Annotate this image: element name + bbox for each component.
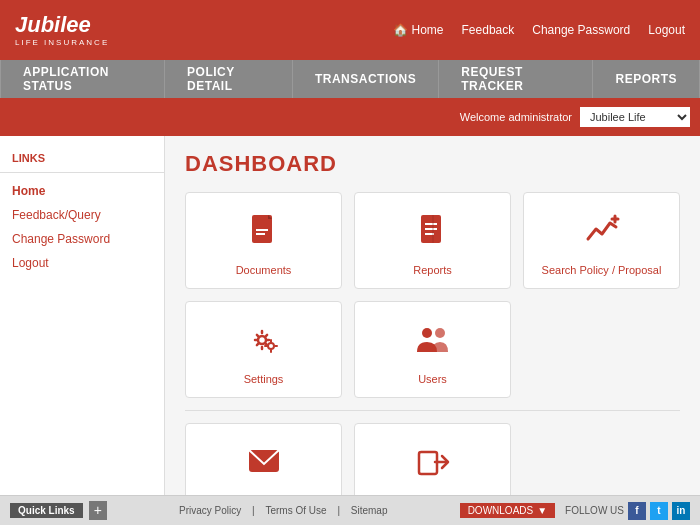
nav-transactions[interactable]: TRANSACTIONS: [293, 60, 439, 98]
svg-point-13: [422, 328, 432, 338]
svg-point-14: [435, 328, 445, 338]
quick-links-add-button[interactable]: +: [89, 501, 107, 521]
nav-bar: APPLICATION STATUS POLICY DETAIL TRANSAC…: [0, 60, 700, 98]
sidebar-item-logout[interactable]: Logout: [0, 251, 164, 275]
twitter-icon[interactable]: t: [650, 502, 668, 520]
footer-link-privacy[interactable]: Privacy Policy: [179, 505, 241, 516]
home-nav-link[interactable]: 🏠 Home: [393, 23, 443, 37]
feedback-icon: [244, 442, 284, 487]
dashboard-card-logout[interactable]: Logout: [354, 423, 511, 495]
search-policy-icon: [582, 211, 622, 256]
dashboard-card-reports[interactable]: Reports: [354, 192, 511, 289]
footer-links: Privacy Policy | Terms Of Use | Sitemap: [175, 505, 391, 516]
content-area: LINKS Home Feedback/Query Change Passwor…: [0, 136, 700, 495]
empty-card-1: [523, 301, 680, 398]
header: Jubilee LIFE INSURANCE 🏠 Home Feedback C…: [0, 0, 700, 60]
dashboard-row3: Feedback Logout: [185, 423, 680, 495]
sidebar-heading: LINKS: [0, 148, 164, 173]
facebook-icon[interactable]: f: [628, 502, 646, 520]
dashboard-card-search-policy-label: Search Policy / Proposal: [542, 264, 662, 276]
downloads-label: DOWNLOADS: [468, 505, 534, 516]
footer-divider2: |: [337, 505, 342, 516]
main-content: DASHBOARD Documents: [165, 136, 700, 495]
change-password-nav-link[interactable]: Change Password: [532, 23, 630, 37]
dashboard-card-settings-label: Settings: [244, 373, 284, 385]
document-icon: [244, 211, 284, 256]
dashboard-card-documents[interactable]: Documents: [185, 192, 342, 289]
downloads-icon: ▼: [537, 505, 547, 516]
company-select[interactable]: Jubilee Life: [580, 107, 690, 127]
welcome-text: Welcome administrator: [460, 111, 572, 123]
svg-rect-1: [256, 229, 268, 231]
nav-reports[interactable]: REPORTS: [593, 60, 700, 98]
dashboard-card-feedback[interactable]: Feedback: [185, 423, 342, 495]
svg-rect-5: [425, 223, 437, 225]
dashboard-row1: Documents Reports: [185, 192, 680, 289]
footer-divider1: |: [252, 505, 257, 516]
follow-us-label: FOLLOW US: [565, 505, 624, 516]
logo-name: Jubilee: [15, 14, 109, 36]
dashboard-card-settings[interactable]: Settings: [185, 301, 342, 398]
svg-rect-6: [425, 228, 437, 230]
svg-rect-7: [425, 233, 434, 235]
footer-link-sitemap[interactable]: Sitemap: [351, 505, 388, 516]
downloads-button[interactable]: DOWNLOADS ▼: [460, 503, 555, 518]
dashboard-card-reports-label: Reports: [413, 264, 452, 276]
quick-links: Quick Links +: [10, 501, 107, 521]
dashboard-title: DASHBOARD: [185, 151, 680, 177]
users-icon: [413, 320, 453, 365]
nav-policy-detail[interactable]: POLICY DETAIL: [165, 60, 293, 98]
reports-icon: [413, 211, 453, 256]
logout-icon: [413, 442, 453, 487]
follow-us: FOLLOW US f t in: [565, 502, 690, 520]
quick-links-label: Quick Links: [10, 503, 83, 518]
sidebar-item-home[interactable]: Home: [0, 179, 164, 203]
footer-link-terms[interactable]: Terms Of Use: [265, 505, 326, 516]
sidebar-item-feedback[interactable]: Feedback/Query: [0, 203, 164, 227]
logo-sub: LIFE INSURANCE: [15, 38, 109, 47]
top-nav: 🏠 Home Feedback Change Password Logout: [393, 23, 685, 37]
dashboard-card-search-policy[interactable]: Search Policy / Proposal: [523, 192, 680, 289]
nav-request-tracker[interactable]: REQUEST TRACKER: [439, 60, 593, 98]
bottom-bar: Quick Links + Privacy Policy | Terms Of …: [0, 495, 700, 525]
dashboard-card-users-label: Users: [418, 373, 447, 385]
settings-icon: [244, 320, 284, 365]
svg-rect-2: [256, 233, 265, 235]
linkedin-icon[interactable]: in: [672, 502, 690, 520]
sidebar-item-change-password[interactable]: Change Password: [0, 227, 164, 251]
nav-application-status[interactable]: APPLICATION STATUS: [0, 60, 165, 98]
dashboard-card-users[interactable]: Users: [354, 301, 511, 398]
section-divider: [185, 410, 680, 411]
welcome-bar: Welcome administrator Jubilee Life: [0, 98, 700, 136]
feedback-nav-link[interactable]: Feedback: [462, 23, 515, 37]
logout-nav-link[interactable]: Logout: [648, 23, 685, 37]
svg-point-12: [268, 343, 274, 349]
dashboard-card-documents-label: Documents: [236, 264, 292, 276]
logo-area: Jubilee LIFE INSURANCE: [15, 14, 109, 47]
footer-right: DOWNLOADS ▼ FOLLOW US f t in: [460, 502, 690, 520]
empty-card-2: [523, 423, 680, 495]
sidebar: LINKS Home Feedback/Query Change Passwor…: [0, 136, 165, 495]
dashboard-row2: Settings Users: [185, 301, 680, 398]
svg-point-11: [258, 336, 266, 344]
